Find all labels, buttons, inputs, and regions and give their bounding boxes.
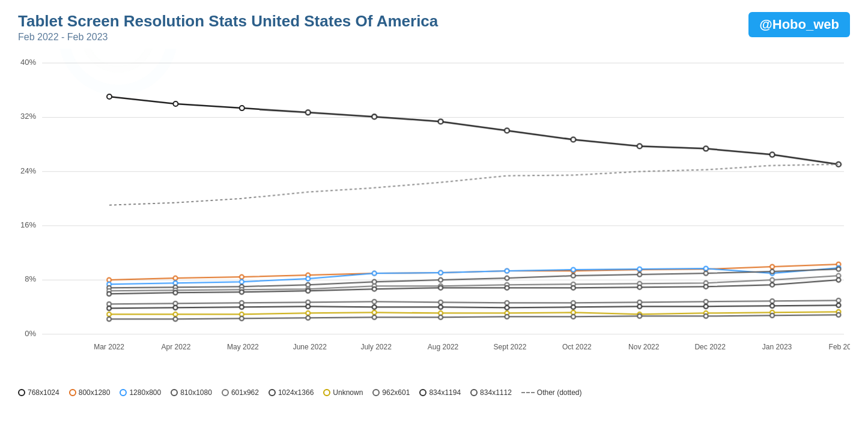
legend-label-1024x1366: 1024x1366 <box>278 388 314 397</box>
svg-point-89 <box>240 290 244 294</box>
page-container: Tablet Screen Resolution Stats United St… <box>0 0 868 440</box>
legend-item-1024x1366: 1024x1366 <box>269 388 314 397</box>
svg-point-144 <box>704 314 708 318</box>
legend-label-800x1280: 800x1280 <box>79 388 111 397</box>
svg-point-119 <box>637 300 642 304</box>
legend-item-834x1112: 834x1112 <box>470 388 512 397</box>
legend-circle-962x601 <box>372 389 380 396</box>
legend-circle-834x1112 <box>470 389 478 396</box>
svg-point-90 <box>306 289 310 293</box>
legend-circle-810x1080 <box>171 389 178 396</box>
svg-point-49 <box>770 265 774 269</box>
svg-text:24%: 24% <box>20 166 36 175</box>
svg-point-73 <box>770 270 774 274</box>
svg-point-36 <box>703 146 708 151</box>
svg-point-129 <box>505 306 509 310</box>
svg-point-113 <box>240 301 244 305</box>
svg-point-30 <box>306 110 311 115</box>
svg-point-132 <box>704 304 708 309</box>
svg-point-72 <box>704 271 708 276</box>
svg-point-133 <box>770 304 774 308</box>
svg-point-41 <box>240 275 244 279</box>
svg-point-60 <box>704 267 708 271</box>
header: Tablet Screen Resolution Stats United St… <box>18 12 850 43</box>
svg-point-32 <box>439 119 443 124</box>
svg-text:May 2022: May 2022 <box>227 343 259 351</box>
legend-circle-1280x800 <box>120 389 127 396</box>
svg-point-118 <box>571 301 575 305</box>
svg-point-126 <box>306 304 310 309</box>
svg-point-121 <box>770 299 774 303</box>
legend-label-834x1194: 834x1194 <box>429 388 461 397</box>
legend-item-768x1024: 768x1024 <box>18 388 59 397</box>
legend-item-unknown: Unknown <box>323 388 363 397</box>
svg-point-39 <box>107 278 111 282</box>
svg-text:32%: 32% <box>20 112 36 121</box>
svg-point-86 <box>836 274 840 278</box>
svg-text:Dec 2022: Dec 2022 <box>694 343 726 351</box>
svg-point-127 <box>372 305 377 309</box>
svg-point-85 <box>770 278 774 282</box>
svg-point-35 <box>637 144 642 149</box>
twitter-badge[interactable]: @Hobo_web <box>748 12 850 37</box>
subtitle: Feb 2022 - Feb 2023 <box>18 32 438 43</box>
svg-point-93 <box>505 286 509 290</box>
svg-point-122 <box>836 298 840 303</box>
svg-point-91 <box>372 287 377 291</box>
watermark: statcounter <box>64 49 291 90</box>
svg-text:Apr 2022: Apr 2022 <box>162 343 191 351</box>
legend-item-1280x800: 1280x800 <box>120 388 161 397</box>
svg-point-98 <box>836 278 840 282</box>
svg-point-102 <box>306 311 310 315</box>
svg-point-116 <box>439 300 443 304</box>
svg-point-137 <box>240 316 244 321</box>
legend-item-834x1194: 834x1194 <box>419 388 461 397</box>
svg-point-140 <box>439 315 443 319</box>
legend-item-810x1080: 810x1080 <box>171 388 212 397</box>
svg-point-25 <box>85 49 151 69</box>
legend-circle-768x1024 <box>18 389 25 396</box>
legend-circle-unknown <box>323 389 330 396</box>
legend-label-other: Other (dotted) <box>537 388 582 397</box>
legend-item-601x962: 601x962 <box>222 388 259 397</box>
svg-point-88 <box>173 291 177 295</box>
svg-point-135 <box>107 317 111 321</box>
legend-label-unknown: Unknown <box>333 388 363 397</box>
svg-point-142 <box>571 315 575 319</box>
svg-point-29 <box>239 106 244 110</box>
svg-point-143 <box>637 314 642 318</box>
svg-point-146 <box>836 313 840 317</box>
legend-label-962x601: 962x601 <box>382 388 410 397</box>
svg-point-141 <box>505 315 509 319</box>
svg-point-111 <box>107 302 111 306</box>
legend-label-601x962: 601x962 <box>231 388 259 397</box>
svg-text:Nov 2022: Nov 2022 <box>628 343 660 351</box>
svg-text:Feb 2023: Feb 2023 <box>829 343 850 351</box>
svg-point-28 <box>173 101 178 106</box>
svg-point-33 <box>505 128 509 133</box>
svg-point-57 <box>505 269 509 273</box>
svg-point-54 <box>306 277 310 281</box>
svg-point-34 <box>571 137 575 142</box>
svg-point-55 <box>372 271 377 276</box>
svg-text:July 2022: July 2022 <box>360 343 392 351</box>
legend-label-810x1080: 810x1080 <box>180 388 212 397</box>
svg-point-95 <box>637 285 642 289</box>
svg-point-139 <box>372 315 377 319</box>
svg-point-145 <box>770 313 774 318</box>
svg-point-125 <box>240 305 244 309</box>
svg-point-136 <box>173 317 177 321</box>
title-block: Tablet Screen Resolution Stats United St… <box>18 12 438 43</box>
legend-circle-1024x1366 <box>269 389 276 396</box>
svg-point-123 <box>107 306 111 310</box>
svg-text:Jan 2023: Jan 2023 <box>762 343 792 351</box>
svg-text:June 2022: June 2022 <box>293 343 327 351</box>
svg-text:8%: 8% <box>25 274 36 283</box>
svg-point-112 <box>173 301 177 306</box>
svg-text:Aug 2022: Aug 2022 <box>428 343 459 351</box>
chart-area: 40% 32% 24% 16% 8% 0% Mar 2022 Apr 2022 … <box>18 49 850 385</box>
svg-point-58 <box>571 268 575 272</box>
svg-point-104 <box>439 311 443 315</box>
svg-point-138 <box>306 316 310 320</box>
legend-label-834x1112: 834x1112 <box>480 388 512 397</box>
